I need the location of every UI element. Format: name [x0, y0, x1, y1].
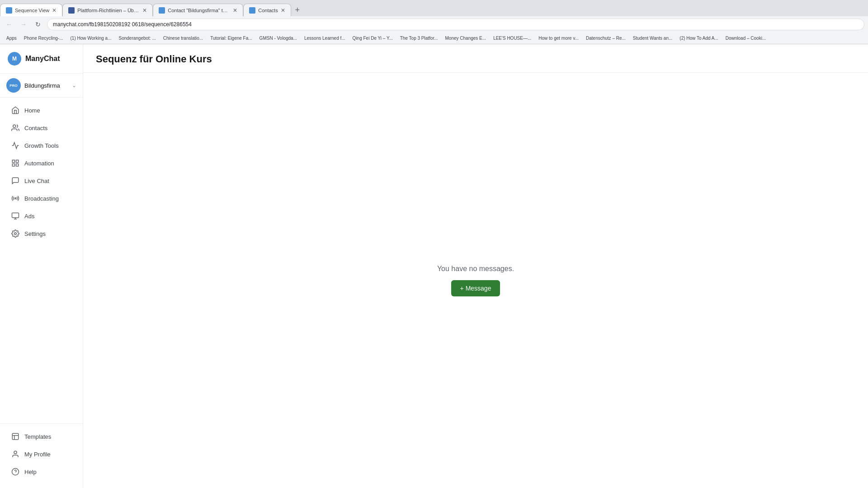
sidebar-item-settings[interactable]: Settings: [4, 225, 79, 242]
sidebar-bottom: Templates My Profile: [0, 423, 83, 488]
sidebar-item-label: Growth Tools: [24, 142, 59, 149]
address-bar-row: ← → ↻ manychat.com/fb198150208192 0618/s…: [0, 16, 868, 33]
bookmarks-bar: Apps Phone Recycling-... (1) How Working…: [0, 33, 868, 44]
sidebar-item-automation[interactable]: Automation: [4, 155, 79, 172]
bookmark-5[interactable]: Tutorial: Eigene Fa...: [208, 34, 255, 43]
sidebar-item-label: Help: [24, 469, 37, 475]
bookmark-14[interactable]: Student Wants an...: [630, 34, 675, 43]
logo-text: ManyChat: [25, 55, 60, 63]
empty-state-message: You have no messages.: [437, 265, 514, 273]
bookmark-label: (1) How Working a...: [71, 36, 112, 41]
sidebar-item-label: Broadcasting: [24, 195, 59, 202]
settings-icon: [11, 229, 20, 238]
main-content: Sequenz für Online Kurs You have no mess…: [83, 44, 868, 488]
bookmark-8[interactable]: Qing Fei De Yi – Y...: [350, 34, 396, 43]
logo-area: M ManyChat: [0, 44, 83, 74]
bookmark-10[interactable]: Money Changes E...: [443, 34, 489, 43]
tab-contacts[interactable]: Contacts ✕: [243, 4, 291, 16]
bookmark-13[interactable]: Datenschutz – Re...: [583, 34, 628, 43]
bookmark-2[interactable]: (1) How Working a...: [68, 34, 114, 43]
account-selector[interactable]: PRO Bildungsfirma ⌄: [0, 74, 83, 98]
bookmark-label: Phone Recycling-...: [24, 36, 63, 41]
bookmark-4[interactable]: Chinese translatio...: [160, 34, 206, 43]
templates-icon: [11, 432, 20, 441]
bookmark-label: How to get more v...: [538, 36, 579, 41]
reload-button[interactable]: ↻: [33, 19, 43, 30]
ads-icon: [11, 211, 20, 221]
sidebar-item-live-chat[interactable]: Live Chat: [4, 172, 79, 189]
help-icon: [11, 467, 20, 476]
bookmark-apps[interactable]: Apps: [4, 34, 19, 43]
sidebar-item-label: Live Chat: [24, 178, 49, 184]
automation-icon: [11, 159, 20, 168]
tab-close-icon[interactable]: ✕: [142, 7, 147, 14]
avatar: PRO: [6, 78, 21, 93]
svg-point-15: [14, 451, 17, 454]
tab-plattform[interactable]: Plattform-Richtlinien – Übers... ✕: [62, 4, 153, 16]
svg-point-2: [13, 125, 16, 127]
my-profile-icon: [11, 450, 20, 459]
nav-section: Home Contacts: [0, 98, 83, 423]
tab-close-icon[interactable]: ✕: [281, 7, 285, 14]
address-input[interactable]: manychat.com/fb198150208192 0618/sequenc…: [47, 19, 864, 30]
tab-favicon: [159, 7, 165, 14]
sidebar-item-help[interactable]: Help: [4, 463, 79, 480]
bookmark-7[interactable]: Lessons Learned f...: [302, 34, 348, 43]
bookmark-15[interactable]: (2) How To Add A...: [677, 34, 721, 43]
sidebar-item-templates[interactable]: Templates: [4, 428, 79, 445]
tab-close-icon[interactable]: ✕: [52, 7, 57, 14]
tab-title: Contact "Bildungsfirma" thro...: [168, 8, 230, 13]
chevron-down-icon: ⌄: [72, 82, 76, 89]
bookmark-label: Chinese translatio...: [163, 36, 203, 41]
live-chat-icon: [11, 176, 20, 185]
manychat-logo-icon: M: [7, 52, 22, 66]
svg-rect-8: [12, 213, 19, 218]
url-text: manychat.com/fb198150208192 0618/sequenc…: [53, 21, 192, 28]
bookmark-label: LEE'S HOUSE—...: [493, 36, 531, 41]
new-tab-button[interactable]: +: [291, 4, 304, 16]
forward-button[interactable]: →: [18, 19, 29, 30]
tab-close-icon[interactable]: ✕: [233, 7, 237, 14]
sidebar-item-broadcasting[interactable]: Broadcasting: [4, 190, 79, 207]
bookmark-label: Sonderangebot: ...: [118, 36, 156, 41]
svg-rect-6: [12, 164, 14, 166]
sidebar-item-label: Settings: [24, 230, 46, 237]
bookmark-label: GMSN - Vologda...: [259, 36, 297, 41]
tab-contact[interactable]: Contact "Bildungsfirma" thro... ✕: [153, 4, 243, 16]
sidebar-item-label: Automation: [24, 160, 54, 167]
bookmark-16[interactable]: Download – Cooki...: [723, 34, 769, 43]
bookmark-3[interactable]: Sonderangebot: ...: [116, 34, 158, 43]
tab-title: Sequence View: [15, 8, 49, 13]
bookmark-11[interactable]: LEE'S HOUSE—...: [491, 34, 534, 43]
bookmark-label: Datenschutz – Re...: [586, 36, 626, 41]
sidebar-item-label: Ads: [24, 213, 34, 220]
content-area: You have no messages. + Message: [83, 73, 868, 488]
bookmark-1[interactable]: Phone Recycling-...: [21, 34, 66, 43]
sidebar-item-growth-tools[interactable]: Growth Tools: [4, 137, 79, 154]
tab-bar: Sequence View ✕ Plattform-Richtlinien – …: [0, 0, 868, 16]
page-title: Sequenz für Online Kurs: [96, 53, 855, 65]
broadcasting-icon: [11, 194, 20, 203]
bookmark-6[interactable]: GMSN - Vologda...: [257, 34, 300, 43]
bookmark-12[interactable]: How to get more v...: [536, 34, 581, 43]
sidebar-item-label: My Profile: [24, 451, 51, 458]
sidebar-item-ads[interactable]: Ads: [4, 207, 79, 225]
bookmark-9[interactable]: The Top 3 Platfor...: [397, 34, 441, 43]
account-name: Bildungsfirma: [24, 82, 68, 89]
app: M ManyChat PRO Bildungsfirma ⌄ Home: [0, 44, 868, 488]
bookmark-label: (2) How To Add A...: [679, 36, 718, 41]
tab-sequence-view[interactable]: Sequence View ✕: [0, 4, 62, 16]
svg-rect-4: [16, 160, 19, 162]
sidebar-item-label: Templates: [24, 433, 51, 440]
tab-favicon: [249, 7, 255, 14]
sidebar-item-my-profile[interactable]: My Profile: [4, 446, 79, 463]
svg-rect-12: [12, 433, 19, 440]
sidebar-item-contacts[interactable]: Contacts: [4, 119, 79, 136]
svg-text:M: M: [12, 56, 17, 62]
tab-favicon: [6, 7, 12, 14]
bookmark-label: Student Wants an...: [633, 36, 672, 41]
sidebar-item-home[interactable]: Home: [4, 102, 79, 119]
home-icon: [11, 106, 20, 115]
add-message-button[interactable]: + Message: [451, 280, 500, 296]
back-button[interactable]: ←: [4, 19, 14, 30]
